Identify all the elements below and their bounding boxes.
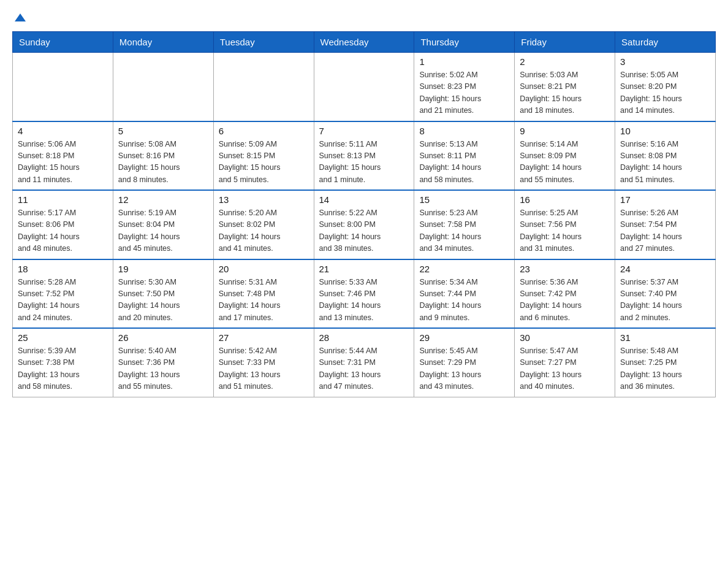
day-number: 30 xyxy=(520,332,610,343)
day-number: 23 xyxy=(520,264,610,274)
day-info: Sunrise: 5:11 AM Sunset: 8:13 PM Dayligh… xyxy=(319,139,409,186)
day-info: Sunrise: 5:33 AM Sunset: 7:46 PM Dayligh… xyxy=(319,277,409,324)
day-info: Sunrise: 5:44 AM Sunset: 7:31 PM Dayligh… xyxy=(319,345,409,393)
day-number: 4 xyxy=(18,126,108,136)
day-info: Sunrise: 5:22 AM Sunset: 8:00 PM Dayligh… xyxy=(319,207,409,255)
calendar-cell xyxy=(113,53,213,121)
day-number: 22 xyxy=(419,264,509,274)
day-number: 16 xyxy=(520,194,610,205)
day-info: Sunrise: 5:23 AM Sunset: 7:58 PM Dayligh… xyxy=(419,207,509,255)
day-number: 7 xyxy=(319,126,409,136)
calendar-cell: 13Sunrise: 5:20 AM Sunset: 8:02 PM Dayli… xyxy=(213,190,314,259)
day-info: Sunrise: 5:39 AM Sunset: 7:38 PM Dayligh… xyxy=(18,345,108,393)
calendar-week-3: 11Sunrise: 5:17 AM Sunset: 8:06 PM Dayli… xyxy=(13,190,716,259)
day-number: 2 xyxy=(520,56,610,67)
calendar-cell: 29Sunrise: 5:45 AM Sunset: 7:29 PM Dayli… xyxy=(414,328,515,397)
day-info: Sunrise: 5:03 AM Sunset: 8:21 PM Dayligh… xyxy=(520,69,610,117)
page-header xyxy=(12,12,716,21)
day-info: Sunrise: 5:28 AM Sunset: 7:52 PM Dayligh… xyxy=(18,277,108,324)
calendar-cell: 18Sunrise: 5:28 AM Sunset: 7:52 PM Dayli… xyxy=(13,259,113,329)
calendar-cell: 10Sunrise: 5:16 AM Sunset: 8:08 PM Dayli… xyxy=(615,121,716,191)
calendar-cell: 19Sunrise: 5:30 AM Sunset: 7:50 PM Dayli… xyxy=(113,259,213,329)
day-info: Sunrise: 5:06 AM Sunset: 8:18 PM Dayligh… xyxy=(18,139,108,186)
calendar-cell: 31Sunrise: 5:48 AM Sunset: 7:25 PM Dayli… xyxy=(615,328,716,397)
calendar-cell: 7Sunrise: 5:11 AM Sunset: 8:13 PM Daylig… xyxy=(314,121,414,191)
calendar-table: SundayMondayTuesdayWednesdayThursdayFrid… xyxy=(12,31,716,397)
day-number: 10 xyxy=(620,126,710,136)
day-number: 21 xyxy=(319,264,409,274)
calendar-cell: 27Sunrise: 5:42 AM Sunset: 7:33 PM Dayli… xyxy=(213,328,314,397)
day-info: Sunrise: 5:20 AM Sunset: 8:02 PM Dayligh… xyxy=(219,207,309,255)
day-number: 24 xyxy=(620,264,710,274)
calendar-cell: 9Sunrise: 5:14 AM Sunset: 8:09 PM Daylig… xyxy=(515,121,615,191)
day-info: Sunrise: 5:17 AM Sunset: 8:06 PM Dayligh… xyxy=(18,207,108,255)
day-number: 31 xyxy=(620,332,710,343)
day-number: 11 xyxy=(18,194,108,205)
calendar-cell: 30Sunrise: 5:47 AM Sunset: 7:27 PM Dayli… xyxy=(515,328,615,397)
day-number: 20 xyxy=(219,264,309,274)
day-number: 27 xyxy=(219,332,309,343)
weekday-header-row: SundayMondayTuesdayWednesdayThursdayFrid… xyxy=(13,32,716,53)
calendar-cell: 12Sunrise: 5:19 AM Sunset: 8:04 PM Dayli… xyxy=(113,190,213,259)
calendar-cell: 22Sunrise: 5:34 AM Sunset: 7:44 PM Dayli… xyxy=(414,259,515,329)
day-number: 17 xyxy=(620,194,710,205)
day-number: 29 xyxy=(419,332,509,343)
day-info: Sunrise: 5:48 AM Sunset: 7:25 PM Dayligh… xyxy=(620,345,710,393)
day-number: 13 xyxy=(219,194,309,205)
day-info: Sunrise: 5:47 AM Sunset: 7:27 PM Dayligh… xyxy=(520,345,610,393)
calendar-week-4: 18Sunrise: 5:28 AM Sunset: 7:52 PM Dayli… xyxy=(13,259,716,329)
calendar-cell: 21Sunrise: 5:33 AM Sunset: 7:46 PM Dayli… xyxy=(314,259,414,329)
day-info: Sunrise: 5:09 AM Sunset: 8:15 PM Dayligh… xyxy=(219,139,309,186)
calendar-cell: 5Sunrise: 5:08 AM Sunset: 8:16 PM Daylig… xyxy=(113,121,213,191)
weekday-header-tuesday: Tuesday xyxy=(213,32,314,53)
calendar-cell: 25Sunrise: 5:39 AM Sunset: 7:38 PM Dayli… xyxy=(13,328,113,397)
day-info: Sunrise: 5:16 AM Sunset: 8:08 PM Dayligh… xyxy=(620,139,710,186)
day-info: Sunrise: 5:37 AM Sunset: 7:40 PM Dayligh… xyxy=(620,277,710,324)
weekday-header-monday: Monday xyxy=(113,32,213,53)
calendar-cell: 20Sunrise: 5:31 AM Sunset: 7:48 PM Dayli… xyxy=(213,259,314,329)
day-number: 12 xyxy=(118,194,208,205)
day-number: 18 xyxy=(18,264,108,274)
logo xyxy=(12,12,26,21)
calendar-cell: 17Sunrise: 5:26 AM Sunset: 7:54 PM Dayli… xyxy=(615,190,716,259)
day-number: 5 xyxy=(118,126,208,136)
day-number: 3 xyxy=(620,56,710,67)
calendar-cell: 16Sunrise: 5:25 AM Sunset: 7:56 PM Dayli… xyxy=(515,190,615,259)
day-number: 15 xyxy=(419,194,509,205)
day-info: Sunrise: 5:25 AM Sunset: 7:56 PM Dayligh… xyxy=(520,207,610,255)
weekday-header-thursday: Thursday xyxy=(414,32,515,53)
day-info: Sunrise: 5:14 AM Sunset: 8:09 PM Dayligh… xyxy=(520,139,610,186)
calendar-cell: 24Sunrise: 5:37 AM Sunset: 7:40 PM Dayli… xyxy=(615,259,716,329)
day-info: Sunrise: 5:30 AM Sunset: 7:50 PM Dayligh… xyxy=(118,277,208,324)
calendar-cell: 28Sunrise: 5:44 AM Sunset: 7:31 PM Dayli… xyxy=(314,328,414,397)
calendar-week-2: 4Sunrise: 5:06 AM Sunset: 8:18 PM Daylig… xyxy=(13,121,716,191)
day-info: Sunrise: 5:42 AM Sunset: 7:33 PM Dayligh… xyxy=(219,345,309,393)
day-number: 19 xyxy=(118,264,208,274)
calendar-cell: 6Sunrise: 5:09 AM Sunset: 8:15 PM Daylig… xyxy=(213,121,314,191)
calendar-cell: 3Sunrise: 5:05 AM Sunset: 8:20 PM Daylig… xyxy=(615,53,716,121)
day-number: 9 xyxy=(520,126,610,136)
calendar-cell: 8Sunrise: 5:13 AM Sunset: 8:11 PM Daylig… xyxy=(414,121,515,191)
day-info: Sunrise: 5:26 AM Sunset: 7:54 PM Dayligh… xyxy=(620,207,710,255)
weekday-header-wednesday: Wednesday xyxy=(314,32,414,53)
calendar-cell: 15Sunrise: 5:23 AM Sunset: 7:58 PM Dayli… xyxy=(414,190,515,259)
day-info: Sunrise: 5:31 AM Sunset: 7:48 PM Dayligh… xyxy=(219,277,309,324)
weekday-header-sunday: Sunday xyxy=(13,32,113,53)
calendar-cell: 2Sunrise: 5:03 AM Sunset: 8:21 PM Daylig… xyxy=(515,53,615,121)
calendar-cell: 4Sunrise: 5:06 AM Sunset: 8:18 PM Daylig… xyxy=(13,121,113,191)
day-info: Sunrise: 5:34 AM Sunset: 7:44 PM Dayligh… xyxy=(419,277,509,324)
calendar-cell: 14Sunrise: 5:22 AM Sunset: 8:00 PM Dayli… xyxy=(314,190,414,259)
day-number: 6 xyxy=(219,126,309,136)
weekday-header-friday: Friday xyxy=(515,32,615,53)
calendar-week-1: 1Sunrise: 5:02 AM Sunset: 8:23 PM Daylig… xyxy=(13,53,716,121)
calendar-week-5: 25Sunrise: 5:39 AM Sunset: 7:38 PM Dayli… xyxy=(13,328,716,397)
day-info: Sunrise: 5:13 AM Sunset: 8:11 PM Dayligh… xyxy=(419,139,509,186)
day-number: 8 xyxy=(419,126,509,136)
day-info: Sunrise: 5:02 AM Sunset: 8:23 PM Dayligh… xyxy=(419,69,509,117)
day-number: 25 xyxy=(18,332,108,343)
calendar-cell: 23Sunrise: 5:36 AM Sunset: 7:42 PM Dayli… xyxy=(515,259,615,329)
calendar-cell: 11Sunrise: 5:17 AM Sunset: 8:06 PM Dayli… xyxy=(13,190,113,259)
day-info: Sunrise: 5:05 AM Sunset: 8:20 PM Dayligh… xyxy=(620,69,710,117)
day-info: Sunrise: 5:40 AM Sunset: 7:36 PM Dayligh… xyxy=(118,345,208,393)
calendar-cell: 26Sunrise: 5:40 AM Sunset: 7:36 PM Dayli… xyxy=(113,328,213,397)
